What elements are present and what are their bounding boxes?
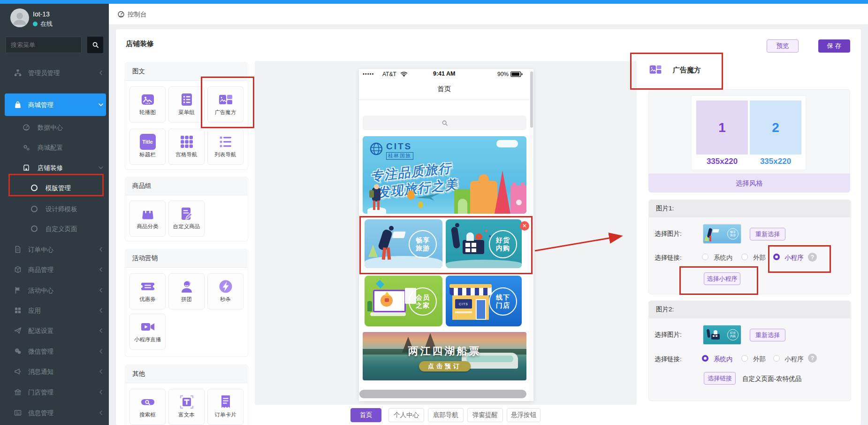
search-input[interactable] — [6, 37, 82, 53]
image2-radio-system-label[interactable]: 系统内 — [714, 355, 733, 363]
image1-radio-miniprogram[interactable] — [773, 254, 780, 260]
group-buy-icon — [179, 278, 195, 294]
sidebar-item-product-management[interactable]: 商品管理 — [0, 261, 109, 278]
ad-cube-tile-store[interactable]: CITS 线下 门店 — [446, 276, 522, 326]
choose-miniprogram-button[interactable]: 选择小程序 — [704, 272, 740, 285]
sitemap-icon — [14, 69, 22, 77]
sidebar-item-custom-page[interactable]: 自定义页面 — [0, 220, 109, 237]
boat-banner-button[interactable]: 点击预订 — [419, 361, 471, 371]
chevron-left-icon — [99, 328, 103, 333]
sidebar-item-apps[interactable]: 应用 — [0, 302, 109, 319]
image2-radio-external-label[interactable]: 外部 — [753, 355, 766, 363]
app-root: Iot-13 在线 管理员管理 商城管理 数据中心 商城配置 — [0, 0, 868, 425]
chevron-left-icon — [99, 390, 103, 394]
image1-reselect-button[interactable]: 重新选择 — [750, 228, 785, 240]
sidebar-item-shop-decoration[interactable]: 店铺装修 — [0, 159, 109, 176]
palette-tile-grid-nav[interactable]: 宫格导航 — [168, 129, 205, 165]
image2-radio-system[interactable] — [702, 355, 708, 362]
image2-thumbnail[interactable]: 好货 内购 — [703, 325, 741, 345]
tab-home[interactable]: 首页 — [350, 408, 381, 422]
tab-personal-center[interactable]: 个人中心 — [388, 408, 424, 422]
sidebar: Iot-13 在线 管理员管理 商城管理 数据中心 商城配置 — [0, 4, 109, 425]
phone-page-title: 首页 — [359, 85, 529, 93]
search-icon — [442, 120, 448, 126]
tab-bottom-nav[interactable]: 底部导航 — [428, 408, 464, 422]
sidebar-item-data-center[interactable]: 数据中心 — [0, 119, 109, 136]
palette-section-marketing-header: 活动营销 — [125, 249, 247, 268]
image1-radio-system[interactable] — [702, 254, 708, 260]
ad-cube-tile-member[interactable]: 会员 之家 — [365, 276, 442, 326]
sidebar-item-activity-center[interactable]: 活动中心 — [0, 282, 109, 299]
palette-tile-flash-sale[interactable]: 秒杀 — [207, 273, 244, 309]
send-icon — [14, 327, 22, 334]
plane-icon — [415, 191, 442, 201]
sidebar-item-mall-config[interactable]: 商城配置 — [0, 139, 109, 156]
palette-tile-group-buy[interactable]: 拼团 — [168, 273, 205, 309]
save-button[interactable]: 保 存 — [818, 39, 850, 53]
tab-floating-button[interactable]: 悬浮按钮 — [507, 408, 541, 422]
storefront-icon — [23, 164, 30, 171]
sidebar-item-info-management[interactable]: 信息管理 — [0, 404, 109, 421]
palette-tile-ad-cube[interactable]: 广告魔方 — [207, 86, 244, 123]
image2-reselect-button[interactable]: 重新选择 — [750, 329, 785, 341]
image1-pick-label: 选择图片: — [655, 230, 682, 238]
sidebar-item-wechat-management[interactable]: 微信管理 — [0, 343, 109, 360]
image1-thumbnail[interactable]: 畅享 旅游 — [703, 224, 741, 244]
palette-tile-list-nav[interactable]: 列表导航 — [207, 129, 244, 165]
ad-cube-tile-travel[interactable]: 畅享 旅游 — [365, 219, 442, 268]
sidebar-item-delivery-settings[interactable]: 配送设置 — [0, 322, 109, 339]
image1-radio-external[interactable] — [741, 254, 748, 260]
sidebar-item-designer-template[interactable]: 设计师模板 — [0, 201, 109, 217]
boat-banner[interactable]: 两江四湖船票 点击预订 — [363, 332, 526, 380]
style-preview-box[interactable]: 1 2 335x220 335x220 — [691, 95, 806, 170]
palette-section-imagetext-header: 图文 — [125, 62, 247, 81]
sidebar-item-message-notification[interactable]: 消息通知 — [0, 363, 109, 380]
carrier-label: AT&T — [382, 71, 396, 77]
avatar[interactable] — [10, 8, 29, 27]
sidebar-item-store-management[interactable]: 门店管理 — [0, 384, 109, 401]
ad-cube-tile-goods[interactable]: 好货 内购 — [446, 219, 522, 268]
chevron-left-icon — [99, 369, 103, 374]
palette-tile-menu-group[interactable]: 菜单组 — [168, 86, 205, 123]
component-close-button[interactable]: ✕ — [520, 221, 529, 231]
help-icon[interactable]: ? — [808, 354, 817, 363]
palette-tile-rich-text[interactable]: 富文本 — [168, 389, 205, 425]
choose-link-button[interactable]: 选择链接 — [704, 372, 736, 385]
image2-radio-miniprogram[interactable] — [773, 355, 780, 362]
palette-tile-custom-product[interactable]: 自定义商品 — [168, 201, 205, 237]
phone-scrollbar-thumb[interactable] — [530, 71, 533, 128]
topbar: 控制台 — [109, 4, 868, 25]
phone-search-bar[interactable] — [363, 116, 526, 130]
image1-radio-miniprogram-label[interactable]: 小程序 — [784, 254, 804, 262]
thumb-illustration — [711, 334, 720, 340]
search-button[interactable] — [87, 37, 103, 53]
document-icon — [14, 246, 22, 253]
phone-bottom-scrollbar[interactable] — [359, 390, 526, 398]
cube-icon — [14, 266, 22, 273]
hero-banner[interactable]: CITS 桂林国旅 专注品质旅行 发现旅行之美 — [363, 136, 526, 214]
sidebar-item-admin[interactable]: 管理员管理 — [0, 64, 109, 81]
user-name: Iot-13 — [33, 10, 50, 18]
palette-tile-live-stream[interactable]: 小程序直播 — [129, 314, 166, 350]
palette-tile-order-card[interactable]: 订单卡片 — [207, 389, 244, 425]
sidebar-item-order-center[interactable]: 订单中心 — [0, 241, 109, 258]
palette-tile-product-category[interactable]: 商品分类 — [129, 201, 166, 237]
breadcrumb[interactable]: 控制台 — [128, 10, 147, 19]
sidebar-item-mall[interactable]: 商城管理 — [0, 96, 109, 113]
help-icon[interactable]: ? — [808, 253, 817, 262]
ad-cube-icon — [218, 92, 234, 108]
tab-popup-reminder[interactable]: 弹窗提醒 — [467, 408, 503, 422]
choose-style-button[interactable]: 选择风格 — [648, 174, 850, 193]
palette-tile-coupon[interactable]: 优惠券 — [129, 273, 166, 309]
palette-tile-title-bar[interactable]: Title 标题栏 — [129, 129, 166, 165]
phone-title-divider — [359, 100, 529, 100]
image1-radio-external-label[interactable]: 外部 — [753, 254, 766, 262]
sidebar-item-template-management[interactable]: 模版管理 — [0, 179, 109, 196]
palette-tile-carousel[interactable]: 轮播图 — [129, 86, 166, 123]
preview-button[interactable]: 预览 — [767, 39, 799, 53]
image2-radio-miniprogram-label[interactable]: 小程序 — [784, 355, 804, 363]
phone-status-bar: ••••• AT&T 9:41 AM 90% — [359, 69, 529, 79]
palette-tile-search-box[interactable]: 搜索框 — [129, 389, 166, 425]
image1-radio-system-label[interactable]: 系统内 — [714, 254, 733, 262]
image2-radio-external[interactable] — [741, 355, 748, 362]
